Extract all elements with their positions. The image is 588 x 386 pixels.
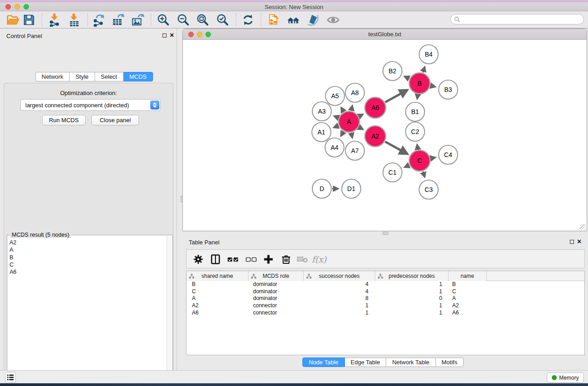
network-graph-canvas[interactable]: B4B2BB3A5A8A6A3B1AA1C2A2A4A7C4CC1C3DD1 [183, 40, 587, 231]
close-table-panel-icon[interactable]: × [577, 237, 581, 246]
column-header-name[interactable]: name [449, 271, 487, 281]
select-all-check-icon[interactable] [225, 252, 241, 267]
graph-node-B3[interactable]: B3 [439, 80, 458, 99]
graph-edge-A-A4[interactable] [341, 132, 344, 136]
hide-graphics-details-icon[interactable] [305, 13, 321, 27]
graph-node-A4[interactable]: A4 [325, 138, 344, 157]
memory-button[interactable]: Memory [547, 372, 584, 383]
import-network-icon[interactable] [47, 13, 63, 27]
mcds-result-item[interactable]: A2 [10, 239, 166, 246]
tab-network-table[interactable]: Network Table [386, 357, 435, 367]
graph-edge-A-A8[interactable] [351, 105, 352, 110]
graph-edge-B-B1[interactable] [417, 95, 418, 99]
export-image-icon[interactable] [129, 13, 146, 27]
tab-style[interactable]: Style [70, 72, 95, 81]
table-settings-icon[interactable] [191, 252, 206, 267]
result-scrollbar[interactable] [167, 236, 172, 386]
tab-node-table[interactable]: Node Table [302, 357, 345, 367]
export-table-icon[interactable] [110, 13, 126, 27]
duplicate-network-icon[interactable] [266, 13, 282, 27]
graph-node-C3[interactable]: C3 [419, 180, 438, 199]
tab-select[interactable]: Select [95, 72, 124, 81]
open-session-icon[interactable] [5, 13, 21, 27]
graph-edge-A-A7[interactable] [351, 133, 352, 138]
graph-edge-B-B3[interactable] [430, 86, 435, 86]
deselect-all-check-icon[interactable] [244, 252, 259, 267]
run-mcds-button[interactable]: Run MCDS [42, 115, 86, 125]
optimization-criterion-select[interactable]: largest connected component (directed) [20, 99, 161, 111]
graph-edge-A6-B[interactable] [385, 90, 407, 102]
tab-mcds[interactable]: MCDS [124, 72, 153, 81]
task-history-button[interactable] [5, 372, 16, 383]
column-header-MCDS-role[interactable]: MCDS role [249, 271, 304, 281]
graph-edge-B-B4[interactable] [423, 67, 425, 72]
save-session-icon[interactable] [21, 13, 37, 27]
graph-node-D1[interactable]: D1 [342, 179, 361, 198]
graph-edge-A-A6[interactable] [359, 114, 363, 117]
graph-node-A5[interactable]: A5 [325, 86, 344, 105]
graph-edge-C-C3[interactable] [423, 172, 425, 177]
tab-motifs[interactable]: Motifs [436, 357, 464, 367]
float-table-panel-icon[interactable] [570, 240, 574, 244]
float-panel-icon[interactable] [163, 33, 167, 38]
graph-edge-A-A2[interactable] [359, 127, 363, 129]
svg-text:B4: B4 [425, 51, 432, 58]
zoom-in-icon[interactable] [155, 13, 172, 27]
graph-node-C[interactable]: C [409, 150, 430, 171]
table-row[interactable]: Adominator80A [186, 295, 584, 302]
graph-node-B2[interactable]: B2 [383, 62, 402, 81]
graph-edge-A-A3[interactable] [334, 116, 339, 118]
graph-edge-B-B2[interactable] [404, 76, 409, 79]
delete-row-icon[interactable] [278, 252, 294, 267]
graph-node-A7[interactable]: A7 [345, 141, 364, 160]
tab-edge-table[interactable]: Edge Table [345, 357, 387, 367]
graph-node-A2[interactable]: A2 [365, 126, 386, 147]
graph-edge-A2-C[interactable] [385, 142, 407, 154]
column-header-shared-name[interactable]: shared name [186, 271, 249, 281]
graph-edge-C-C4[interactable] [430, 157, 435, 158]
zoom-out-icon[interactable] [175, 13, 191, 27]
export-network-icon[interactable] [91, 13, 107, 27]
show-graphics-details-icon[interactable] [325, 13, 341, 27]
show-columns-icon[interactable] [208, 252, 223, 267]
table-row[interactable]: Bdominator41B [186, 281, 584, 288]
close-panel-icon[interactable]: × [170, 31, 174, 40]
graph-edge-A-A5[interactable] [341, 107, 344, 112]
graph-node-A1[interactable]: A1 [312, 123, 331, 142]
column-header-predecessor-nodes[interactable]: predecessor nodes [375, 271, 449, 281]
graph-node-A8[interactable]: A8 [345, 83, 364, 102]
graph-node-C1[interactable]: C1 [383, 163, 402, 182]
mcds-result-item[interactable]: B [10, 254, 166, 261]
graph-node-C4[interactable]: C4 [439, 145, 458, 164]
table-row[interactable]: A6connector11A6 [186, 310, 584, 317]
zoom-selected-icon[interactable] [215, 13, 231, 27]
graph-edge-A-A1[interactable] [334, 126, 338, 128]
graph-node-B1[interactable]: B1 [406, 102, 425, 121]
import-table-icon[interactable] [66, 13, 82, 27]
graph-node-A[interactable]: A [339, 111, 359, 132]
window-resize-grip[interactable] [580, 224, 586, 230]
graph-edge-C-C2[interactable] [417, 145, 418, 150]
horizontal-splitter-grip[interactable] [382, 232, 388, 235]
zoom-fit-icon[interactable] [195, 13, 211, 27]
column-header-successor-nodes[interactable]: successor nodes [304, 271, 375, 281]
mcds-result-item[interactable]: A [10, 246, 166, 253]
graph-node-D[interactable]: D [312, 179, 331, 198]
add-row-icon[interactable] [261, 252, 276, 267]
table-row[interactable]: Cdominator41C [186, 288, 584, 295]
graph-node-A6[interactable]: A6 [365, 97, 386, 118]
tab-network[interactable]: Network [35, 72, 70, 81]
mcds-result-item[interactable]: C [10, 261, 166, 268]
close-panel-button[interactable]: Close panel [91, 115, 139, 125]
graph-node-A3[interactable]: A3 [312, 102, 331, 121]
home-layout-icon[interactable] [285, 13, 301, 27]
graph-edge-C-C1[interactable] [405, 165, 409, 167]
graph-node-B[interactable]: B [409, 73, 430, 94]
table-cell: connector [249, 302, 304, 310]
graph-node-C2[interactable]: C2 [406, 122, 425, 141]
search-input[interactable] [463, 15, 580, 24]
table-row[interactable]: A2connector11A2 [186, 302, 584, 310]
graph-node-B4[interactable]: B4 [419, 45, 438, 64]
refresh-layout-icon[interactable] [240, 13, 256, 27]
mcds-result-item[interactable]: A6 [10, 268, 166, 276]
